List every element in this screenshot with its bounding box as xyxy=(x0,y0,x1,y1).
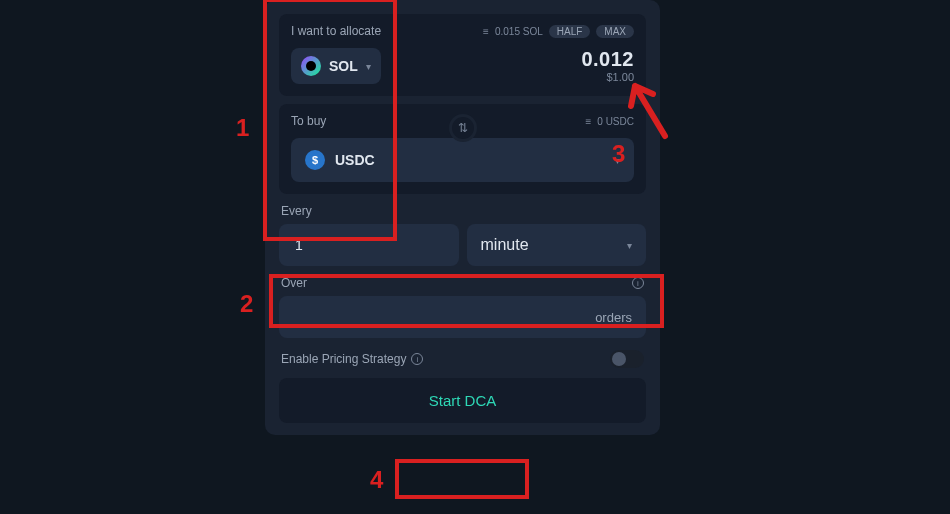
half-button[interactable]: HALF xyxy=(549,25,591,38)
pricing-toggle[interactable] xyxy=(610,350,644,368)
buy-balance-row: ≡ 0 USDC xyxy=(585,116,634,127)
pricing-row: Enable Pricing Strategy i xyxy=(281,350,644,368)
over-label: Over xyxy=(281,276,307,290)
allocate-section: I want to allocate ≡ 0.015 SOL HALF MAX … xyxy=(279,14,646,96)
interval-row: minute ▾ xyxy=(279,224,646,266)
allocate-amount-col: 0.012 $1.00 xyxy=(581,48,634,83)
over-unit: orders xyxy=(595,310,632,325)
start-dca-button[interactable]: Start DCA xyxy=(279,378,646,423)
info-icon[interactable]: i xyxy=(632,277,644,289)
toggle-knob xyxy=(612,352,626,366)
max-button[interactable]: MAX xyxy=(596,25,634,38)
usdc-icon: $ xyxy=(305,150,325,170)
to-token-symbol: USDC xyxy=(335,152,375,168)
over-label-row: Over i xyxy=(281,276,644,290)
swap-direction-button[interactable]: ⇅ xyxy=(449,114,477,142)
interval-unit-selector[interactable]: minute ▾ xyxy=(467,224,647,266)
allocate-fiat: $1.00 xyxy=(581,71,634,83)
allocate-balance-row: ≡ 0.015 SOL HALF MAX xyxy=(483,25,634,38)
interval-value-input[interactable] xyxy=(293,236,445,254)
annotation-4: 4 xyxy=(370,466,383,494)
annotation-2: 2 xyxy=(240,290,253,318)
from-token-selector[interactable]: SOL ▾ xyxy=(291,48,381,84)
chevron-down-icon: ▾ xyxy=(627,240,632,251)
dca-card: I want to allocate ≡ 0.015 SOL HALF MAX … xyxy=(265,0,660,435)
chevron-down-icon: ▾ xyxy=(366,61,371,72)
interval-value-field[interactable] xyxy=(279,224,459,266)
chevron-down-icon: ▾ xyxy=(615,155,620,166)
pricing-label: Enable Pricing Strategy xyxy=(281,352,406,366)
allocate-balance: 0.015 SOL xyxy=(495,26,543,37)
to-token-selector[interactable]: $ USDC ▾ xyxy=(291,138,634,182)
from-token-symbol: SOL xyxy=(329,58,358,74)
annotation-box-4 xyxy=(395,459,529,499)
wallet-icon: ≡ xyxy=(483,26,489,37)
over-field[interactable]: orders xyxy=(279,296,646,338)
interval-unit: minute xyxy=(481,236,529,254)
info-icon[interactable]: i xyxy=(411,353,423,365)
wallet-icon: ≡ xyxy=(585,116,591,127)
over-value-input[interactable] xyxy=(293,308,595,326)
allocate-label: I want to allocate xyxy=(291,24,381,38)
buy-balance: 0 USDC xyxy=(597,116,634,127)
annotation-1: 1 xyxy=(236,114,249,142)
interval-label: Every xyxy=(281,204,644,218)
buy-label: To buy xyxy=(291,114,326,128)
sol-icon xyxy=(301,56,321,76)
allocate-amount[interactable]: 0.012 xyxy=(581,48,634,71)
